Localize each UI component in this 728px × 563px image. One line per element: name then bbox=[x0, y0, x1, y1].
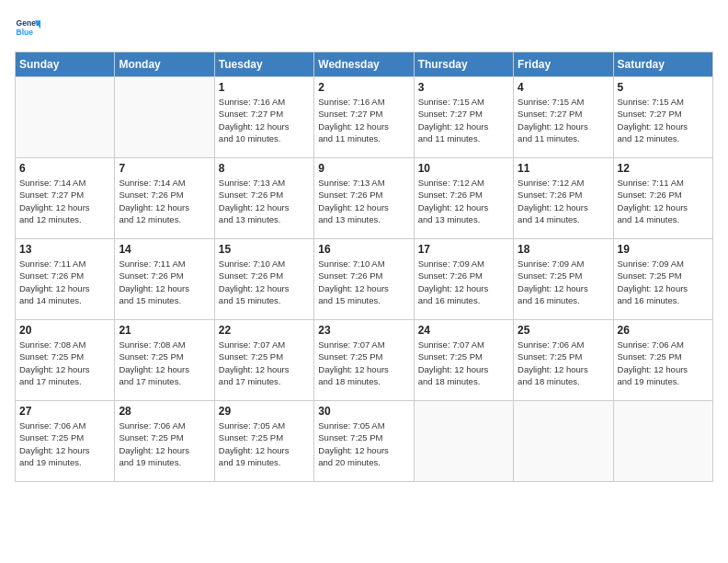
calendar-cell: 14Sunrise: 7:11 AM Sunset: 7:26 PM Dayli… bbox=[115, 239, 214, 320]
calendar-cell: 29Sunrise: 7:05 AM Sunset: 7:25 PM Dayli… bbox=[214, 401, 313, 482]
cell-info: Sunrise: 7:14 AM Sunset: 7:27 PM Dayligh… bbox=[19, 177, 110, 225]
calendar-cell bbox=[16, 77, 115, 158]
cell-info: Sunrise: 7:16 AM Sunset: 7:27 PM Dayligh… bbox=[318, 96, 409, 144]
weekday-header-row: SundayMondayTuesdayWednesdayThursdayFrid… bbox=[16, 52, 713, 77]
day-number: 22 bbox=[219, 324, 310, 337]
cell-info: Sunrise: 7:15 AM Sunset: 7:27 PM Dayligh… bbox=[618, 96, 709, 144]
day-number: 25 bbox=[518, 324, 609, 337]
cell-info: Sunrise: 7:12 AM Sunset: 7:26 PM Dayligh… bbox=[518, 177, 609, 225]
calendar-cell: 23Sunrise: 7:07 AM Sunset: 7:25 PM Dayli… bbox=[314, 320, 414, 401]
day-number: 15 bbox=[219, 243, 310, 256]
day-number: 28 bbox=[119, 405, 210, 418]
calendar-cell: 18Sunrise: 7:09 AM Sunset: 7:25 PM Dayli… bbox=[514, 239, 613, 320]
calendar-cell: 16Sunrise: 7:10 AM Sunset: 7:26 PM Dayli… bbox=[314, 239, 414, 320]
week-row-1: 1Sunrise: 7:16 AM Sunset: 7:27 PM Daylig… bbox=[16, 77, 713, 158]
calendar-cell: 30Sunrise: 7:05 AM Sunset: 7:25 PM Dayli… bbox=[314, 401, 414, 482]
header: General Blue bbox=[15, 15, 713, 40]
day-number: 26 bbox=[618, 324, 709, 337]
day-number: 21 bbox=[119, 324, 210, 337]
day-number: 24 bbox=[418, 324, 509, 337]
cell-info: Sunrise: 7:12 AM Sunset: 7:26 PM Dayligh… bbox=[418, 177, 509, 225]
cell-info: Sunrise: 7:13 AM Sunset: 7:26 PM Dayligh… bbox=[318, 177, 409, 225]
cell-info: Sunrise: 7:08 AM Sunset: 7:25 PM Dayligh… bbox=[19, 339, 110, 387]
calendar-cell: 5Sunrise: 7:15 AM Sunset: 7:27 PM Daylig… bbox=[613, 77, 712, 158]
day-number: 6 bbox=[19, 162, 110, 175]
cell-info: Sunrise: 7:15 AM Sunset: 7:27 PM Dayligh… bbox=[418, 96, 509, 144]
day-number: 27 bbox=[19, 405, 110, 418]
calendar-header: SundayMondayTuesdayWednesdayThursdayFrid… bbox=[16, 52, 713, 77]
calendar-cell: 10Sunrise: 7:12 AM Sunset: 7:26 PM Dayli… bbox=[414, 158, 513, 239]
calendar-cell: 17Sunrise: 7:09 AM Sunset: 7:26 PM Dayli… bbox=[414, 239, 513, 320]
calendar-cell: 19Sunrise: 7:09 AM Sunset: 7:25 PM Dayli… bbox=[613, 239, 712, 320]
day-number: 4 bbox=[518, 81, 609, 94]
calendar-cell: 28Sunrise: 7:06 AM Sunset: 7:25 PM Dayli… bbox=[115, 401, 214, 482]
day-number: 30 bbox=[318, 405, 409, 418]
week-row-5: 27Sunrise: 7:06 AM Sunset: 7:25 PM Dayli… bbox=[16, 401, 713, 482]
day-number: 19 bbox=[618, 243, 709, 256]
week-row-4: 20Sunrise: 7:08 AM Sunset: 7:25 PM Dayli… bbox=[16, 320, 713, 401]
cell-info: Sunrise: 7:06 AM Sunset: 7:25 PM Dayligh… bbox=[518, 339, 609, 387]
svg-text:Blue: Blue bbox=[17, 28, 34, 37]
calendar-cell: 24Sunrise: 7:07 AM Sunset: 7:25 PM Dayli… bbox=[414, 320, 513, 401]
cell-info: Sunrise: 7:10 AM Sunset: 7:26 PM Dayligh… bbox=[219, 258, 310, 306]
weekday-header-thursday: Thursday bbox=[414, 52, 513, 77]
cell-info: Sunrise: 7:13 AM Sunset: 7:26 PM Dayligh… bbox=[219, 177, 310, 225]
cell-info: Sunrise: 7:08 AM Sunset: 7:25 PM Dayligh… bbox=[119, 339, 210, 387]
calendar-cell: 1Sunrise: 7:16 AM Sunset: 7:27 PM Daylig… bbox=[214, 77, 313, 158]
weekday-header-wednesday: Wednesday bbox=[314, 52, 414, 77]
calendar-cell: 13Sunrise: 7:11 AM Sunset: 7:26 PM Dayli… bbox=[16, 239, 115, 320]
calendar-cell: 11Sunrise: 7:12 AM Sunset: 7:26 PM Dayli… bbox=[514, 158, 613, 239]
cell-info: Sunrise: 7:09 AM Sunset: 7:25 PM Dayligh… bbox=[518, 258, 609, 306]
day-number: 29 bbox=[219, 405, 310, 418]
calendar-cell bbox=[613, 401, 712, 482]
calendar-body: 1Sunrise: 7:16 AM Sunset: 7:27 PM Daylig… bbox=[16, 77, 713, 482]
day-number: 12 bbox=[618, 162, 709, 175]
cell-info: Sunrise: 7:10 AM Sunset: 7:26 PM Dayligh… bbox=[318, 258, 409, 306]
cell-info: Sunrise: 7:09 AM Sunset: 7:26 PM Dayligh… bbox=[418, 258, 509, 306]
cell-info: Sunrise: 7:05 AM Sunset: 7:25 PM Dayligh… bbox=[318, 419, 409, 468]
calendar-cell: 25Sunrise: 7:06 AM Sunset: 7:25 PM Dayli… bbox=[514, 320, 613, 401]
cell-info: Sunrise: 7:16 AM Sunset: 7:27 PM Dayligh… bbox=[219, 96, 310, 144]
calendar-cell: 2Sunrise: 7:16 AM Sunset: 7:27 PM Daylig… bbox=[314, 77, 414, 158]
cell-info: Sunrise: 7:15 AM Sunset: 7:27 PM Dayligh… bbox=[518, 96, 609, 144]
day-number: 17 bbox=[418, 243, 509, 256]
logo: General Blue bbox=[15, 15, 44, 40]
day-number: 3 bbox=[418, 81, 509, 94]
calendar-cell: 22Sunrise: 7:07 AM Sunset: 7:25 PM Dayli… bbox=[214, 320, 313, 401]
week-row-3: 13Sunrise: 7:11 AM Sunset: 7:26 PM Dayli… bbox=[16, 239, 713, 320]
calendar-cell: 8Sunrise: 7:13 AM Sunset: 7:26 PM Daylig… bbox=[214, 158, 313, 239]
calendar-cell bbox=[514, 401, 613, 482]
calendar-cell bbox=[414, 401, 513, 482]
cell-info: Sunrise: 7:06 AM Sunset: 7:25 PM Dayligh… bbox=[119, 419, 210, 468]
weekday-header-monday: Monday bbox=[115, 52, 214, 77]
day-number: 8 bbox=[219, 162, 310, 175]
calendar-cell: 7Sunrise: 7:14 AM Sunset: 7:26 PM Daylig… bbox=[115, 158, 214, 239]
day-number: 1 bbox=[219, 81, 310, 94]
cell-info: Sunrise: 7:14 AM Sunset: 7:26 PM Dayligh… bbox=[119, 177, 210, 225]
cell-info: Sunrise: 7:07 AM Sunset: 7:25 PM Dayligh… bbox=[418, 339, 509, 387]
calendar-cell: 20Sunrise: 7:08 AM Sunset: 7:25 PM Dayli… bbox=[16, 320, 115, 401]
day-number: 20 bbox=[19, 324, 110, 337]
weekday-header-saturday: Saturday bbox=[613, 52, 712, 77]
day-number: 16 bbox=[318, 243, 409, 256]
cell-info: Sunrise: 7:11 AM Sunset: 7:26 PM Dayligh… bbox=[19, 258, 110, 306]
cell-info: Sunrise: 7:11 AM Sunset: 7:26 PM Dayligh… bbox=[119, 258, 210, 306]
calendar-cell: 15Sunrise: 7:10 AM Sunset: 7:26 PM Dayli… bbox=[214, 239, 313, 320]
weekday-header-sunday: Sunday bbox=[16, 52, 115, 77]
logo-icon: General Blue bbox=[15, 15, 40, 40]
day-number: 10 bbox=[418, 162, 509, 175]
calendar-cell: 21Sunrise: 7:08 AM Sunset: 7:25 PM Dayli… bbox=[115, 320, 214, 401]
calendar-cell: 26Sunrise: 7:06 AM Sunset: 7:25 PM Dayli… bbox=[613, 320, 712, 401]
calendar-cell: 4Sunrise: 7:15 AM Sunset: 7:27 PM Daylig… bbox=[514, 77, 613, 158]
calendar-cell: 27Sunrise: 7:06 AM Sunset: 7:25 PM Dayli… bbox=[16, 401, 115, 482]
day-number: 18 bbox=[518, 243, 609, 256]
cell-info: Sunrise: 7:06 AM Sunset: 7:25 PM Dayligh… bbox=[19, 419, 110, 468]
day-number: 23 bbox=[318, 324, 409, 337]
cell-info: Sunrise: 7:07 AM Sunset: 7:25 PM Dayligh… bbox=[318, 339, 409, 387]
day-number: 11 bbox=[518, 162, 609, 175]
day-number: 5 bbox=[618, 81, 709, 94]
calendar-table: SundayMondayTuesdayWednesdayThursdayFrid… bbox=[15, 52, 713, 482]
day-number: 7 bbox=[119, 162, 210, 175]
day-number: 13 bbox=[19, 243, 110, 256]
calendar-cell: 9Sunrise: 7:13 AM Sunset: 7:26 PM Daylig… bbox=[314, 158, 414, 239]
